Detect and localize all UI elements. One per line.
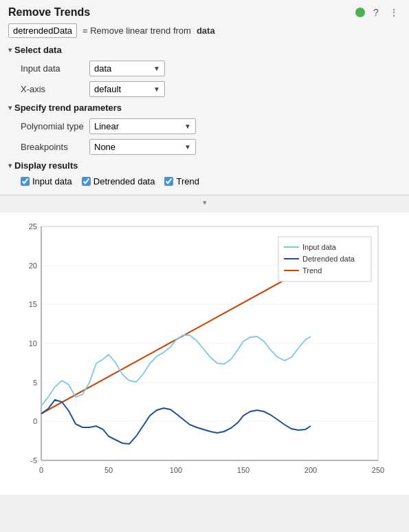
legend-detrended-label: Detrended data bbox=[302, 255, 355, 263]
chevron-select-data: ▾ bbox=[8, 46, 12, 54]
section-select-data-label: Select data bbox=[14, 45, 62, 55]
checkbox-trend-input[interactable] bbox=[164, 177, 173, 186]
section-display-results[interactable]: ▾ Display results bbox=[8, 160, 401, 171]
x-label-100: 100 bbox=[170, 466, 182, 474]
xaxis-arrow: ▼ bbox=[153, 85, 160, 93]
formula-data: data bbox=[197, 25, 215, 36]
input-data-label: Input data bbox=[21, 63, 89, 74]
poly-type-select[interactable]: Linear ▼ bbox=[89, 118, 196, 134]
checkbox-row: Input data Detrended data Trend bbox=[8, 176, 401, 187]
title-bar: Remove Trends ? ⋮ bbox=[8, 6, 401, 19]
formula-eq: = Remove linear trend from bbox=[82, 25, 191, 36]
page-title: Remove Trends bbox=[8, 6, 90, 19]
xaxis-value: default bbox=[94, 84, 121, 94]
checkbox-input-data-input[interactable] bbox=[21, 177, 30, 186]
status-dot bbox=[355, 8, 365, 17]
breakpoints-row: Breakpoints None ▼ bbox=[8, 139, 401, 155]
y-label-5: 5 bbox=[33, 379, 37, 387]
breakpoints-value: None bbox=[94, 142, 115, 152]
input-data-value: data bbox=[94, 63, 111, 74]
collapse-handle[interactable]: ▾ bbox=[0, 195, 409, 210]
formula-bar: detrendedData = Remove linear trend from… bbox=[8, 23, 401, 38]
checkbox-detrended-data-input[interactable] bbox=[82, 177, 91, 186]
input-data-row: Input data data ▼ bbox=[8, 61, 401, 76]
x-label-200: 200 bbox=[305, 466, 317, 474]
input-data-select[interactable]: data ▼ bbox=[89, 61, 165, 76]
y-label-25: 25 bbox=[29, 222, 37, 231]
checkbox-input-data-label: Input data bbox=[32, 176, 72, 187]
section-trend-params-label: Specify trend parameters bbox=[14, 103, 122, 113]
y-label-0: 0 bbox=[33, 417, 37, 425]
checkbox-trend[interactable]: Trend bbox=[164, 176, 199, 187]
x-label-50: 50 bbox=[104, 466, 113, 474]
breakpoints-arrow: ▼ bbox=[184, 143, 191, 151]
help-icon[interactable]: ? bbox=[369, 6, 383, 19]
checkbox-detrended-data[interactable]: Detrended data bbox=[82, 176, 155, 187]
x-label-150: 150 bbox=[237, 466, 250, 474]
y-label-neg5: -5 bbox=[30, 456, 37, 465]
x-label-0: 0 bbox=[39, 466, 43, 474]
legend-trend-label: Trend bbox=[302, 266, 322, 275]
xaxis-label: X-axis bbox=[21, 84, 89, 94]
checkbox-detrended-data-label: Detrended data bbox=[93, 176, 155, 187]
poly-type-label: Polynomial type bbox=[21, 121, 89, 131]
section-display-results-label: Display results bbox=[14, 160, 78, 171]
top-panel: Remove Trends ? ⋮ detrendedData = Remove… bbox=[0, 0, 409, 195]
xaxis-select[interactable]: default ▼ bbox=[89, 81, 165, 97]
chart-area: 25 20 15 10 5 0 -5 0 50 100 150 200 250 bbox=[0, 213, 409, 495]
xaxis-row: X-axis default ▼ bbox=[8, 81, 401, 97]
title-icons: ? ⋮ bbox=[355, 6, 401, 19]
poly-type-value: Linear bbox=[94, 121, 119, 131]
chevron-trend-params: ▾ bbox=[8, 104, 12, 111]
checkbox-trend-label: Trend bbox=[176, 176, 199, 187]
section-select-data[interactable]: ▾ Select data bbox=[8, 45, 401, 55]
checkbox-input-data[interactable]: Input data bbox=[21, 176, 72, 187]
x-label-250: 250 bbox=[372, 466, 384, 474]
poly-type-row: Polynomial type Linear ▼ bbox=[8, 118, 401, 134]
breakpoints-label: Breakpoints bbox=[21, 142, 89, 152]
chevron-display-results: ▾ bbox=[8, 162, 12, 169]
menu-icon[interactable]: ⋮ bbox=[387, 6, 401, 19]
input-data-arrow: ▼ bbox=[153, 65, 160, 72]
y-label-20: 20 bbox=[29, 262, 37, 270]
section-trend-params[interactable]: ▾ Specify trend parameters bbox=[8, 103, 401, 113]
formula-var: detrendedData bbox=[8, 23, 77, 38]
y-label-15: 15 bbox=[29, 300, 37, 308]
legend-input-label: Input data bbox=[302, 243, 337, 251]
breakpoints-select[interactable]: None ▼ bbox=[89, 139, 196, 155]
chart-svg: 25 20 15 10 5 0 -5 0 50 100 150 200 250 bbox=[7, 220, 402, 488]
y-label-10: 10 bbox=[29, 339, 37, 348]
poly-type-arrow: ▼ bbox=[184, 123, 191, 130]
